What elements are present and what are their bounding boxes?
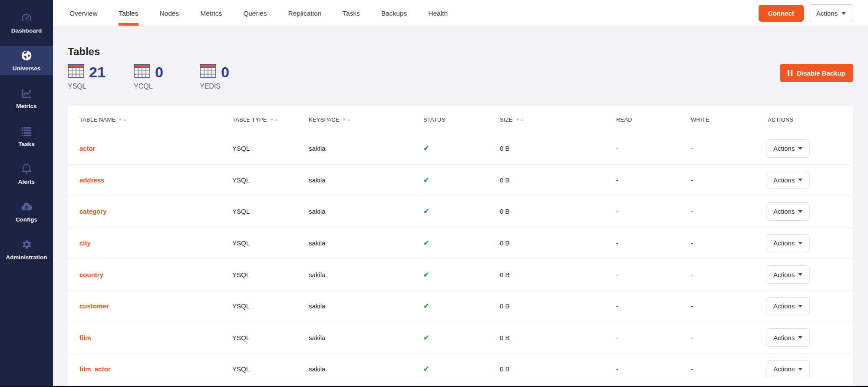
sort-icons[interactable]: [343, 119, 350, 121]
tab-overview[interactable]: Overview: [69, 0, 98, 26]
table-type-cell: YSQL: [232, 365, 309, 373]
sort-icons[interactable]: [119, 119, 126, 121]
table-row: category YSQL sakila ✔ 0 B - - Actions: [68, 196, 853, 228]
sidebar-item-metrics[interactable]: Metrics: [0, 83, 53, 113]
table-row: actor YSQL sakila ✔ 0 B - - Actions: [68, 133, 853, 165]
sort-desc-icon: [343, 119, 346, 121]
stat-count: 0: [155, 64, 163, 80]
sort-desc-icon: [270, 119, 274, 121]
table-row: city YSQL sakila ✔ 0 B - - Actions: [68, 228, 853, 259]
tab-health[interactable]: Health: [428, 0, 448, 26]
table-row: country YSQL sakila ✔ 0 B - - Actions: [68, 259, 853, 291]
table-name-link[interactable]: address: [79, 176, 105, 184]
read-cell: -: [616, 176, 691, 184]
check-icon: ✔: [423, 176, 429, 184]
sidebar-item-tasks[interactable]: Tasks: [0, 121, 53, 151]
connect-button[interactable]: Connect: [759, 5, 804, 22]
chevron-down-icon: [798, 273, 802, 276]
column-header-keyspace[interactable]: KEYSPACE: [309, 116, 423, 123]
size-cell: 0 B: [500, 208, 616, 215]
table-name-link[interactable]: film_actor: [79, 365, 111, 373]
globe-icon: [20, 49, 33, 62]
keyspace-cell: sakila: [309, 176, 423, 184]
chevron-down-icon: [798, 242, 802, 245]
disable-backup-button[interactable]: Disable Backup: [780, 64, 853, 82]
page-title: Tables: [68, 46, 853, 57]
check-icon: ✔: [423, 208, 429, 215]
sidebar-item-dashboard[interactable]: Dashboard: [0, 8, 53, 37]
cloud-upload-icon: [20, 200, 33, 213]
size-cell: 0 B: [500, 365, 616, 373]
table-name-link[interactable]: city: [79, 239, 91, 247]
table-name-link[interactable]: actor: [79, 145, 96, 152]
size-cell: 0 B: [500, 302, 616, 310]
keyspace-cell: sakila: [309, 271, 423, 278]
keyspace-cell: sakila: [309, 302, 423, 310]
sidebar-item-administration[interactable]: Administration: [0, 235, 53, 264]
row-actions-button[interactable]: Actions: [766, 297, 810, 315]
sidebar-item-universes[interactable]: Universes: [0, 46, 53, 75]
tab-nodes[interactable]: Nodes: [159, 0, 179, 26]
column-header-read: READ: [616, 116, 691, 123]
table-type-cell: YSQL: [232, 239, 309, 247]
universe-actions-label: Actions: [816, 10, 838, 17]
stat-label: YEDIS: [200, 83, 266, 90]
size-cell: 0 B: [500, 334, 616, 341]
column-header-table-name[interactable]: TABLE NAME: [79, 116, 232, 123]
tab-backups[interactable]: Backups: [381, 0, 407, 26]
tables-card: TABLE NAME TABLE TYPE KEYSPACE STATUS SI…: [68, 106, 853, 386]
sidebar-item-label: Alerts: [18, 179, 35, 185]
column-header-actions: ACTIONS: [768, 116, 853, 123]
gauge-icon: [20, 11, 33, 24]
keyspace-cell: sakila: [309, 334, 423, 341]
row-actions-button[interactable]: Actions: [766, 328, 810, 347]
table-type-cell: YSQL: [232, 176, 309, 184]
table-name-link[interactable]: country: [79, 271, 103, 278]
tab-replication[interactable]: Replication: [288, 0, 321, 26]
read-cell: -: [616, 239, 691, 247]
sort-asc-icon: [347, 119, 350, 121]
sort-icons[interactable]: [516, 119, 524, 121]
chevron-down-icon: [798, 368, 802, 370]
universe-actions-button[interactable]: Actions: [809, 4, 853, 22]
write-cell: -: [691, 145, 768, 152]
row-actions-button[interactable]: Actions: [766, 360, 810, 378]
sort-asc-icon: [520, 119, 524, 121]
keyspace-cell: sakila: [309, 239, 423, 247]
sort-icons[interactable]: [270, 119, 278, 121]
chevron-down-icon: [798, 336, 802, 339]
sidebar-item-configs[interactable]: Configs: [0, 197, 53, 226]
column-header-table-type[interactable]: TABLE TYPE: [232, 116, 309, 123]
list-icon: [20, 125, 33, 138]
check-icon: ✔: [423, 239, 429, 247]
chevron-down-icon: [842, 12, 846, 15]
stat-label: YCQL: [134, 83, 200, 90]
row-actions-button[interactable]: Actions: [766, 234, 810, 252]
backup-wrap: Disable Backup: [780, 64, 853, 82]
size-cell: 0 B: [500, 271, 616, 278]
table-name-link[interactable]: customer: [79, 302, 109, 310]
tab-tasks[interactable]: Tasks: [343, 0, 360, 26]
app-window: Dashboard Universes Metrics: [0, 0, 868, 387]
sidebar-item-label: Metrics: [16, 103, 36, 109]
stats-bar: 21 YSQL 0: [68, 64, 853, 90]
row-actions-button[interactable]: Actions: [766, 202, 810, 221]
table-type-cell: YSQL: [232, 302, 309, 310]
sidebar-item-label: Configs: [16, 216, 37, 223]
tab-tables[interactable]: Tables: [119, 0, 139, 26]
row-actions-button[interactable]: Actions: [766, 265, 810, 284]
table-name-link[interactable]: film: [79, 334, 91, 341]
tab-queries[interactable]: Queries: [243, 0, 267, 26]
sidebar-item-alerts[interactable]: Alerts: [0, 159, 53, 189]
row-actions-button[interactable]: Actions: [766, 171, 810, 189]
table-name-link[interactable]: category: [79, 208, 107, 215]
check-icon: ✔: [423, 145, 429, 152]
table-row: film_actor YSQL sakila ✔ 0 B - - Actions: [68, 354, 853, 385]
tab-metrics[interactable]: Metrics: [200, 0, 222, 26]
column-header-size[interactable]: SIZE: [500, 116, 616, 123]
stat-count: 0: [221, 64, 229, 80]
main-content: Tables 21 YSQL: [53, 27, 868, 387]
column-header-status: STATUS: [423, 116, 500, 123]
size-cell: 0 B: [500, 145, 616, 152]
row-actions-button[interactable]: Actions: [766, 139, 810, 158]
